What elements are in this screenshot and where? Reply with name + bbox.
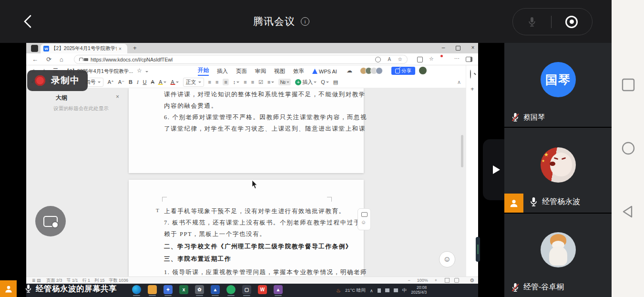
emoji-icon[interactable]: ☺ bbox=[361, 219, 366, 225]
settings-gear-icon[interactable]: ⚙ bbox=[470, 277, 474, 284]
grow-font-button[interactable]: A⁺ bbox=[108, 79, 114, 85]
highlight-button[interactable]: A bbox=[159, 79, 166, 85]
indent-decrease-icon[interactable]: ≡ bbox=[244, 79, 246, 85]
zoom-level[interactable]: 100% bbox=[417, 278, 428, 283]
collections-icon[interactable]: ☆ bbox=[429, 56, 434, 62]
tab-wps-ai[interactable]: WPS AI bbox=[312, 69, 337, 74]
rail-plus-icon[interactable]: + bbox=[470, 85, 474, 92]
tab-home[interactable]: 开始 bbox=[198, 67, 209, 76]
insert-button[interactable]: + 插入 bbox=[295, 79, 317, 86]
doc-heading: 三、李院布置近期工作 bbox=[164, 255, 331, 263]
comment-icon[interactable] bbox=[361, 212, 368, 217]
tab-efficiency[interactable]: 效率 bbox=[293, 68, 304, 75]
participant-tile[interactable]: 经管-谷卓桐 bbox=[504, 214, 612, 297]
app-capture-icon[interactable]: ▢ bbox=[242, 285, 251, 294]
excel-icon[interactable]: x bbox=[179, 285, 188, 294]
tab-review[interactable]: 审阅 bbox=[255, 68, 266, 75]
favorite-star-icon[interactable]: ☆ bbox=[398, 56, 402, 62]
android-back-icon[interactable] bbox=[621, 205, 635, 219]
indent-increase-icon[interactable]: ≡ bbox=[251, 79, 254, 85]
tab-view[interactable]: 视图 bbox=[274, 68, 285, 75]
numbered-list-icon[interactable]: № bbox=[278, 79, 291, 85]
align-center-icon[interactable]: ≡ bbox=[215, 79, 218, 85]
doc-scrollbar[interactable] bbox=[461, 135, 463, 167]
app-photos-icon[interactable]: ▲ bbox=[211, 285, 220, 294]
extensions-icon[interactable] bbox=[417, 57, 423, 62]
tab-page[interactable]: 页面 bbox=[236, 68, 247, 75]
fullscreen-icon[interactable] bbox=[454, 278, 459, 283]
participant-tile[interactable]: 国琴 蔡国琴 bbox=[504, 43, 612, 127]
info-icon[interactable]: i bbox=[301, 17, 309, 26]
wps-title-caret-icon[interactable] bbox=[145, 71, 148, 74]
strikethrough-button[interactable]: A bbox=[151, 79, 154, 85]
underline-button[interactable]: U bbox=[143, 79, 147, 85]
bullet-list-icon[interactable]: ≡ bbox=[267, 79, 274, 85]
participant-label: 经管杨永波 bbox=[529, 197, 580, 207]
style-select[interactable]: 正文 bbox=[183, 78, 204, 87]
participant-tile[interactable]: ★ ★ 经管杨永波 bbox=[504, 128, 612, 213]
font-color-button[interactable]: A bbox=[171, 79, 178, 85]
weather-text[interactable]: 21°C 晴间 bbox=[345, 287, 366, 294]
wps-icon[interactable]: W bbox=[258, 285, 267, 294]
collapse-ribbon-icon[interactable]: ∧ bbox=[457, 79, 461, 85]
wechat-icon[interactable] bbox=[226, 285, 235, 294]
shrink-font-button[interactable]: A⁻ bbox=[118, 79, 124, 85]
sidebar-panel-icon[interactable] bbox=[466, 57, 472, 62]
weather-icon[interactable]: ♨ bbox=[336, 287, 341, 294]
wps-star-icon[interactable]: ☆ bbox=[137, 67, 142, 74]
browser-reload-icon[interactable]: ⟳ bbox=[46, 56, 51, 63]
floating-toolbar-button[interactable] bbox=[35, 206, 66, 236]
clock[interactable]: 20:08 2025/4/3 bbox=[411, 286, 427, 295]
find-button[interactable]: Q bbox=[321, 79, 329, 85]
window-maximize-icon[interactable] bbox=[456, 46, 460, 51]
tab-close-icon[interactable]: × bbox=[119, 46, 122, 51]
italic-button[interactable]: I bbox=[137, 79, 139, 85]
record-icon[interactable] bbox=[565, 16, 578, 28]
zoom-in-button[interactable]: + bbox=[435, 278, 437, 283]
tray-expand-icon[interactable]: ∧ bbox=[370, 288, 373, 293]
window-minimize-icon[interactable]: – bbox=[438, 44, 449, 51]
new-tab-icon[interactable]: + bbox=[133, 44, 137, 51]
align-justify-icon[interactable]: ≡ bbox=[223, 79, 228, 85]
tray-mic-icon[interactable] bbox=[378, 288, 381, 293]
fit-page-icon[interactable] bbox=[445, 278, 450, 283]
read-aloud-icon[interactable]: A bbox=[388, 57, 391, 62]
zoom-out-button[interactable]: − bbox=[408, 278, 410, 283]
checkbox-list-icon[interactable]: ☑ bbox=[258, 79, 263, 85]
mic-off-toolbar-icon[interactable] bbox=[527, 16, 537, 28]
doc-page-1[interactable]: 课件讲课，对理论知识的整体性和系统性掌握不足，不能做到对教学 内容的融会贯通。 … bbox=[129, 88, 364, 173]
user-avatar[interactable] bbox=[419, 67, 427, 74]
translate-icon[interactable] bbox=[375, 57, 381, 62]
line-spacing-icon[interactable]: ↕ bbox=[233, 79, 240, 85]
tray-network-icon[interactable] bbox=[385, 288, 389, 292]
cloud-sync-icon[interactable]: ☁ bbox=[347, 67, 352, 74]
address-bar[interactable]: https://www.kdocs.cn/l/cpNAsIdfTEwl A ☆ bbox=[74, 55, 408, 64]
window-close-icon[interactable]: × bbox=[468, 44, 478, 51]
home-icon[interactable] bbox=[621, 141, 635, 155]
tab-insert[interactable]: 插入 bbox=[217, 68, 228, 75]
back-icon[interactable] bbox=[21, 13, 35, 30]
app-blue-icon[interactable]: ✦ bbox=[164, 285, 173, 294]
outline-close-icon[interactable]: × bbox=[116, 93, 119, 100]
doc-page-2[interactable]: 上看手机等现象干预不足，没有对学生进行有效地批评教育。 7. 板书不规范，还有课… bbox=[129, 180, 364, 277]
search-icon[interactable] bbox=[470, 70, 471, 79]
app-gear-icon[interactable]: ✿ bbox=[195, 285, 204, 294]
align-left-icon[interactable]: ≡ bbox=[208, 79, 211, 85]
tray-volume-icon[interactable] bbox=[394, 288, 398, 292]
browser-back-icon[interactable]: ← bbox=[32, 56, 38, 63]
bold-button[interactable]: B bbox=[129, 79, 133, 85]
browser-tab[interactable]: W 【2】2025年4月1号学院教学督导 × bbox=[41, 44, 127, 53]
browser-home-icon[interactable]: ⌂ bbox=[60, 56, 63, 63]
share-button[interactable]: 分享 bbox=[391, 67, 415, 75]
printer-icon[interactable]: ▤ bbox=[333, 79, 338, 85]
app-purple-icon[interactable]: ▲ bbox=[274, 285, 283, 294]
recents-icon[interactable] bbox=[621, 78, 635, 92]
meeting-app: 腾讯会议 i W bbox=[0, 0, 644, 297]
shared-screen: W 【2】2025年4月1号学院教学督导 × + – × ← ⟳ ⌂ https… bbox=[26, 43, 478, 297]
browser-menu-icon[interactable]: ⋯ bbox=[454, 55, 460, 61]
collaborator-avatars[interactable] bbox=[360, 67, 383, 74]
ime-indicator[interactable]: 中 bbox=[402, 287, 407, 294]
file-explorer-icon[interactable] bbox=[148, 285, 157, 294]
browser-window-icon[interactable] bbox=[31, 45, 38, 52]
edge-icon[interactable] bbox=[132, 285, 141, 294]
